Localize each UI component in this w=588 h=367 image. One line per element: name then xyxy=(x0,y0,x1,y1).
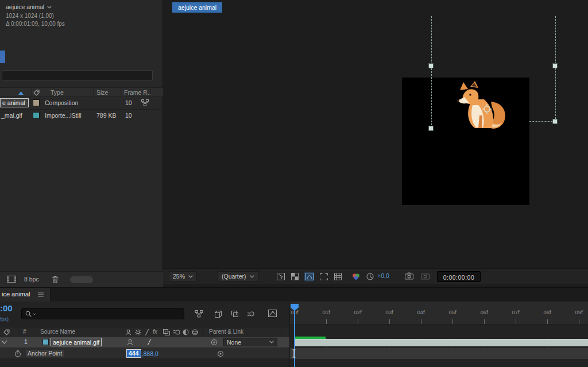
graph-editor-icon xyxy=(268,310,277,317)
draft-3d-button[interactable] xyxy=(214,309,223,319)
fps-label: fps) xyxy=(0,316,9,322)
item-type: Composition xyxy=(45,99,78,106)
project-item-title[interactable]: aejuice animal xyxy=(6,3,44,10)
property-row-track xyxy=(290,348,588,359)
item-duration: Δ 0:00:01:09, 10,00 fps xyxy=(6,21,65,27)
chevron-down-icon xyxy=(269,341,274,343)
selection-handle[interactable] xyxy=(552,119,558,124)
column-header-source-name[interactable]: Source Name xyxy=(40,329,75,335)
shy-switch-icon[interactable] xyxy=(127,339,133,345)
flowchart-icon xyxy=(195,310,203,318)
exposure-value[interactable]: +0,0 xyxy=(377,272,389,279)
quality-switch-icon[interactable] xyxy=(147,339,152,345)
motion-blur-button[interactable] xyxy=(246,309,256,319)
project-row-footage[interactable]: _mal.gif Importe...iStill 789 KB 10 xyxy=(0,110,163,122)
transparency-grid-icon xyxy=(291,273,299,280)
layer-name[interactable]: aejuice animal.gif xyxy=(51,338,102,346)
layer-controls-icon xyxy=(277,273,285,280)
project-table-header: Type Size Frame R... xyxy=(0,87,163,97)
selection-handle[interactable] xyxy=(428,126,434,131)
chevron-down-icon xyxy=(188,275,193,278)
selection-handle[interactable] xyxy=(428,63,434,68)
timeline-column-header: # Source Name fx Parent & Link xyxy=(0,327,290,337)
mask-visibility-button[interactable] xyxy=(304,272,314,281)
item-type: Importe...iStill xyxy=(45,112,82,119)
frame-blend-icon[interactable] xyxy=(163,329,170,335)
composition-icon xyxy=(141,99,149,106)
chevron-down-icon xyxy=(33,313,36,315)
sort-ascending-icon[interactable] xyxy=(18,91,24,95)
column-header-frame-rate[interactable]: Frame R... xyxy=(124,89,150,96)
grid-guides-button[interactable] xyxy=(333,272,343,281)
three-d-layer-icon[interactable] xyxy=(192,329,198,335)
project-search-field[interactable] xyxy=(2,70,153,80)
frame-blending-button[interactable] xyxy=(230,309,239,319)
selection-edge xyxy=(431,16,432,131)
layer-duration-bar[interactable] xyxy=(295,339,588,346)
anchor-point-x-input[interactable]: 444 xyxy=(126,349,141,358)
project-item-header[interactable]: aejuice animal xyxy=(6,3,52,10)
magnification-dropdown[interactable]: 25% xyxy=(169,271,197,281)
panel-menu-icon[interactable] xyxy=(38,292,44,297)
effects-icon[interactable]: fx xyxy=(153,329,157,335)
motion-blur-icon[interactable] xyxy=(173,329,180,335)
scrollbar-thumb[interactable] xyxy=(70,276,93,283)
shy-icon[interactable] xyxy=(125,329,131,335)
show-snapshot-button[interactable] xyxy=(420,271,430,281)
column-header-type[interactable]: Type xyxy=(51,89,64,96)
graph-editor-button[interactable] xyxy=(268,308,277,318)
layer-controls-button[interactable] xyxy=(276,272,285,281)
frame-blending-icon xyxy=(231,311,238,317)
timeline-tab-bar: ice animal xyxy=(0,288,588,302)
layer-twirl-icon[interactable] xyxy=(2,341,7,344)
draft-3d-icon xyxy=(215,311,222,318)
label-tag-icon[interactable] xyxy=(3,329,10,335)
item-dimensions: 1024 x 1024 (1,00) xyxy=(6,13,54,19)
current-time-display[interactable]: :00 xyxy=(0,303,13,313)
resolution-dropdown[interactable]: (Quarter) xyxy=(218,271,258,281)
column-header-parent-link[interactable]: Parent & Link xyxy=(209,329,243,335)
channel-settings-button[interactable] xyxy=(351,272,361,281)
label-tag-icon[interactable] xyxy=(33,90,40,96)
item-name-cell[interactable]: _mal.gif xyxy=(1,112,22,119)
stopwatch-icon[interactable] xyxy=(14,350,21,357)
exposure-icon xyxy=(366,273,374,280)
viewer-tab[interactable]: aejuice animal xyxy=(172,2,222,13)
timeline-search-input[interactable] xyxy=(21,308,184,319)
composition-mini-flowchart-button[interactable] xyxy=(194,309,204,319)
exposure-button[interactable] xyxy=(365,272,375,281)
project-row-composition[interactable]: e animal Composition 10 xyxy=(0,97,163,109)
bit-depth-button[interactable]: 8 bpc xyxy=(24,276,39,283)
preview-timecode[interactable]: 0:00:00:00 xyxy=(437,271,481,282)
motion-blur-icon xyxy=(247,311,254,317)
interpret-footage-icon[interactable] xyxy=(7,276,16,283)
parent-pick-whip-icon[interactable] xyxy=(211,339,218,346)
adjustment-layer-icon[interactable] xyxy=(183,329,189,335)
column-header-size[interactable]: Size xyxy=(96,89,108,96)
quality-icon[interactable] xyxy=(145,329,149,335)
timeline-tab[interactable]: ice animal xyxy=(0,288,51,302)
trash-icon[interactable] xyxy=(52,276,59,283)
item-name-cell[interactable]: e animal xyxy=(0,98,29,107)
layer-row[interactable]: 1 aejuice animal.gif None xyxy=(0,337,290,348)
anchor-point-icon[interactable] xyxy=(482,104,492,114)
item-color-label xyxy=(0,51,5,63)
ruler-tick-label: 04f xyxy=(414,309,428,315)
property-label[interactable]: Anchor Point xyxy=(26,350,64,357)
project-footer-bar: 8 bpc xyxy=(0,271,163,287)
selection-handle[interactable] xyxy=(552,63,558,68)
time-ruler[interactable]: 00f 01f 02f 03f 04f 05f 06f 07f 08f 09f xyxy=(290,302,588,324)
anchor-point-yz-value[interactable]: ,888,0 xyxy=(142,350,158,357)
anchor-point-value[interactable]: 444 ,888,0 xyxy=(126,349,158,358)
ruler-tick-label: 02f xyxy=(351,309,365,315)
property-pick-whip-icon[interactable] xyxy=(217,350,224,357)
transparency-grid-button[interactable] xyxy=(290,272,300,281)
collapse-transformations-icon[interactable] xyxy=(135,329,141,335)
property-row-anchor-point[interactable]: Anchor Point 444 ,888,0 xyxy=(0,348,290,359)
ruler-tick-label: 06f xyxy=(477,309,491,315)
column-header-index[interactable]: # xyxy=(23,329,26,335)
parent-dropdown[interactable]: None xyxy=(223,338,277,346)
region-of-interest-button[interactable] xyxy=(319,272,328,281)
composition-view[interactable] xyxy=(402,78,529,205)
snapshot-button[interactable] xyxy=(404,271,414,281)
